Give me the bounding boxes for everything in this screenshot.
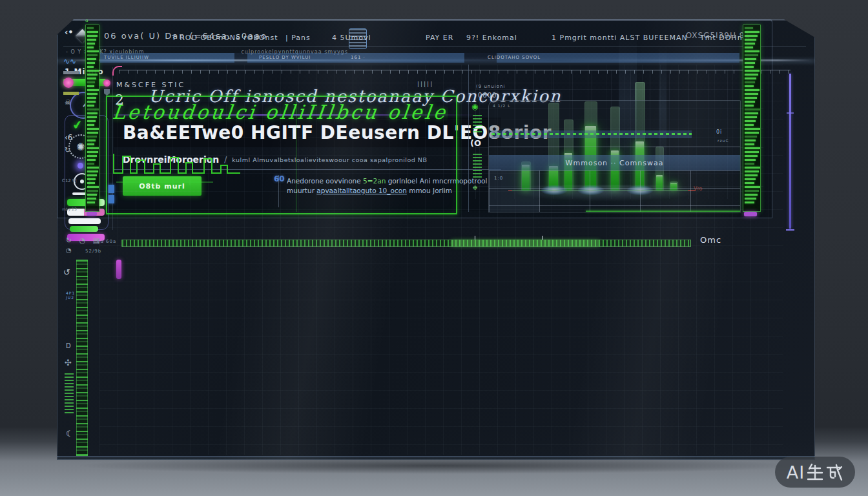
- code-line: [87, 190, 98, 192]
- vertical-ruler: [789, 74, 791, 229]
- meter-bar-white: [68, 218, 101, 224]
- code-line: [87, 202, 95, 203]
- table-bottom-accent: [586, 211, 740, 212]
- code-line: [745, 151, 759, 153]
- code-line: [745, 101, 755, 103]
- code-line: [87, 174, 97, 176]
- code-line: [745, 112, 758, 114]
- sparkle-icon: ❉: [473, 185, 478, 191]
- progress-active-segment: [451, 240, 599, 246]
- code-line: [745, 186, 761, 188]
- progress-timeline-bar[interactable]: [121, 240, 691, 247]
- schematic-annotation-text: Letoudoulci olliIIlbcu olelean: [111, 101, 450, 123]
- code-line: [745, 147, 760, 149]
- column-header[interactable]: 1 Pmgrit montti ALST BUFEEMAN: [552, 34, 688, 42]
- column-header[interactable]: T ROD OBOnONo rOBOnst: [172, 34, 278, 42]
- column-header[interactable]: | Pans: [285, 34, 311, 42]
- code-line: [87, 31, 98, 33]
- blue-block: [108, 185, 114, 193]
- code-line: [745, 124, 754, 126]
- green-scribble-marks: [473, 115, 482, 133]
- code-line: [87, 97, 96, 99]
- pink-marker-icon: [103, 79, 110, 87]
- code-line: [745, 159, 756, 161]
- row-cell-text: PESLLO DY WVILUI: [259, 55, 311, 60]
- code-line: [745, 46, 753, 48]
- refresh-icon[interactable]: ↻: [65, 146, 70, 154]
- table-data-row[interactable]: TUVILE ILLIUIIWPESLLO DY WVILUI161 ·CLID…: [100, 53, 739, 63]
- code-line: [745, 194, 758, 196]
- code-line: [87, 112, 98, 114]
- watermark-cjk-glyphs: [806, 462, 843, 482]
- code-line: [745, 155, 758, 157]
- code-line: [745, 167, 760, 169]
- green-scribble-marks: [65, 373, 74, 415]
- code-line: [745, 62, 755, 64]
- mini-value: 0i: [716, 129, 722, 135]
- media-prev-icon[interactable]: ‹•: [65, 27, 74, 37]
- compass-icon[interactable]: ✣: [65, 358, 72, 367]
- floor-shadow: [71, 457, 807, 474]
- green-scribble-marks: [473, 154, 482, 180]
- paren-o-icon[interactable]: (O: [470, 138, 481, 148]
- code-line: [87, 108, 99, 110]
- code-line: [87, 182, 95, 184]
- code-line: [745, 202, 754, 203]
- column-header[interactable]: 4 5Umovl: [332, 34, 371, 42]
- code-line: [87, 39, 96, 41]
- code-line: [87, 70, 99, 72]
- code-line: [87, 194, 97, 196]
- tick-marks: |||||: [417, 81, 433, 87]
- column-header[interactable]: PAY ER: [426, 34, 453, 42]
- code-line: [745, 170, 759, 172]
- glass-dashboard-panel: 06 ova( U) Dan (=64sa. s0aao OXSG5I39H 9…: [57, 19, 815, 460]
- table-section-header[interactable]: Wmmoson ·· Comnswaa: [489, 155, 740, 170]
- code-line: [87, 155, 97, 157]
- magenta-marker: [116, 260, 121, 279]
- middle-toolbar-text: 6d 60a: [97, 239, 116, 244]
- check-icon[interactable]: ✔: [72, 117, 84, 132]
- moon-icon[interactable]: ☾: [66, 429, 74, 439]
- code-line: [745, 97, 757, 99]
- code-line: [745, 120, 756, 122]
- code-line: [745, 50, 760, 52]
- green-circle-icon[interactable]: ◉: [471, 102, 478, 111]
- media-six-icon[interactable]: ‹6: [65, 133, 72, 142]
- watermark-text: AI: [787, 462, 805, 482]
- code-column-footer-pill: [744, 212, 757, 216]
- skull-icon: ☠: [65, 98, 71, 107]
- code-line: [745, 128, 760, 130]
- code-line: [87, 81, 95, 83]
- code-line: [87, 43, 95, 45]
- code-line: [745, 78, 756, 79]
- code-line: [745, 136, 757, 138]
- pink-orb-icon[interactable]: [63, 78, 74, 88]
- code-line: [745, 93, 758, 95]
- code-line: [87, 128, 99, 130]
- code-line: [87, 27, 94, 29]
- code-column-footer-pill: [87, 212, 97, 216]
- middle-toolbar-text-2: 52/9b: [85, 249, 101, 254]
- stamp-glyph: ✺: [76, 141, 85, 153]
- code-line: [745, 140, 756, 141]
- code-line: [745, 163, 754, 165]
- code-line: [745, 132, 759, 134]
- code-line: [745, 31, 760, 33]
- code-line: [87, 54, 98, 56]
- table-rule: [489, 146, 740, 147]
- clock-icon[interactable]: ◔: [66, 247, 74, 254]
- code-line: [87, 140, 96, 141]
- code-line: [87, 58, 96, 60]
- code-line: [745, 74, 758, 76]
- code-line: [87, 186, 99, 188]
- undo-icon[interactable]: ↺: [63, 267, 70, 277]
- code-stream-right[interactable]: [743, 25, 761, 212]
- code-line: [87, 66, 94, 68]
- code-line: [745, 190, 759, 192]
- wave-icon[interactable]: ∿∿: [63, 57, 76, 66]
- vertical-ruler-strip: [76, 260, 88, 456]
- code-line: [87, 198, 96, 200]
- column-header[interactable]: 9?! Enkomal: [466, 34, 517, 42]
- code-line: [87, 163, 94, 165]
- code-line: [87, 74, 98, 76]
